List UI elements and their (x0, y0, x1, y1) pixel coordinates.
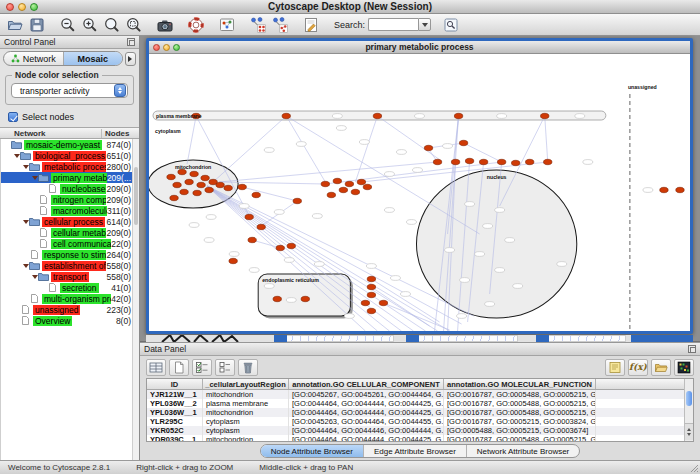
tree-column-nodes[interactable]: Nodes (101, 129, 139, 138)
graph-node[interactable] (345, 181, 353, 186)
graph-node[interactable] (257, 224, 265, 229)
graph-node-unselected[interactable] (359, 140, 369, 145)
open-session-icon[interactable] (4, 15, 26, 35)
select-attributes-icon[interactable] (192, 359, 212, 376)
table-column-header[interactable]: annotation.GO CELLULAR_COMPONENT (289, 379, 444, 389)
new-attribute-icon[interactable] (169, 359, 189, 376)
graph-node-unselected[interactable] (384, 172, 394, 177)
tree-row[interactable]: secretion41(0) (1, 282, 139, 293)
table-cell[interactable]: [GO:0016787, GO:0005215, GO:0003824, G..… (444, 417, 596, 426)
graph-node-unselected[interactable] (406, 220, 416, 225)
expand-arrow-icon[interactable] (23, 220, 29, 227)
graph-node-unselected[interactable] (483, 224, 493, 229)
graph-node[interactable] (201, 175, 209, 180)
tab-network[interactable]: Network (4, 52, 64, 65)
table-cell[interactable]: plasma membrane (203, 399, 289, 408)
graph-node[interactable] (193, 190, 201, 195)
graph-node[interactable] (367, 308, 375, 313)
annotation-icon[interactable] (300, 15, 322, 35)
save-session-icon[interactable] (26, 15, 48, 35)
table-cell[interactable]: [GO:0016787, GO:0005488, GO:0005215, G..… (444, 435, 596, 442)
help-icon[interactable] (185, 15, 207, 35)
network-canvas[interactable]: plasma membranecytoplasmmitochondrionnuc… (149, 54, 690, 331)
table-cell[interactable]: [GO:0044464, GO:0044444, GO:0044425, G..… (289, 408, 444, 417)
tree-row[interactable]: transport558(0) (1, 271, 139, 282)
graph-node-unselected[interactable] (475, 252, 485, 257)
table-row[interactable]: YLR295Ccytoplasm[GO:0045263, GO:0044464,… (147, 417, 693, 426)
table-cell[interactable]: [GO:0044464, GO:0044444, GO:0044425, G..… (289, 435, 444, 442)
graph-node[interactable] (276, 245, 284, 250)
graph-node[interactable] (433, 159, 441, 164)
zoom-fit-icon[interactable] (123, 15, 145, 35)
scroll-down-icon[interactable] (687, 433, 691, 438)
graph-node[interactable] (252, 192, 260, 197)
graph-node[interactable] (170, 195, 178, 200)
table-row[interactable]: YDR039C__1mitochondrion[GO:0044464, GO:0… (147, 435, 693, 442)
tree-row[interactable]: metabolic process280(0) (1, 161, 139, 172)
graph-node[interactable] (282, 113, 290, 118)
graph-node[interactable] (525, 159, 533, 164)
zoom-view-button[interactable] (173, 44, 180, 51)
node-color-dropdown[interactable]: transporter activity (11, 83, 128, 98)
graph-node-unselected[interactable] (366, 264, 376, 269)
minimize-view-button[interactable] (163, 44, 170, 51)
import-attributes-icon[interactable] (651, 359, 671, 376)
graph-node[interactable] (497, 159, 505, 164)
tree-row[interactable]: establishment of lo558(0) (1, 260, 139, 271)
graph-node[interactable] (451, 159, 459, 164)
graph-node[interactable] (287, 243, 295, 248)
graph-node[interactable] (373, 113, 381, 118)
graph-node-unselected[interactable] (457, 314, 467, 319)
tree-row[interactable]: multi-organism pro42(0) (1, 293, 139, 304)
graph-node[interactable] (660, 187, 668, 192)
zoom-in-icon[interactable] (79, 15, 101, 35)
graph-node-unselected[interactable] (396, 150, 406, 155)
graph-node[interactable] (544, 159, 552, 164)
tree-row[interactable]: Overview8(0) (1, 315, 139, 326)
table-cell[interactable]: cytoplasm (203, 426, 289, 435)
unselect-attributes-icon[interactable] (215, 359, 235, 376)
expand-arrow-icon[interactable] (32, 275, 38, 282)
graph-node-unselected[interactable] (505, 238, 515, 243)
table-cell[interactable]: YKR052C (147, 426, 203, 435)
table-cell[interactable]: mitochondrion (203, 435, 289, 442)
network-view-titlebar[interactable]: primary metabolic process (149, 41, 690, 54)
graph-node-unselected[interactable] (495, 208, 505, 213)
graph-node[interactable] (333, 178, 341, 183)
graph-node-unselected[interactable] (414, 114, 424, 119)
graph-node[interactable] (367, 276, 375, 281)
graph-node-unselected[interactable] (249, 268, 259, 273)
table-row[interactable]: YJR121W__1mitochondrion[GO:0045267, GO:0… (147, 390, 693, 399)
table-row[interactable]: YKR052Ccytoplasm[GO:0044464, GO:0044446,… (147, 426, 693, 435)
graph-node-unselected[interactable] (465, 202, 475, 207)
graph-node-unselected[interactable] (390, 276, 400, 281)
table-cell[interactable]: mitochondrion (203, 390, 289, 399)
graph-node-unselected[interactable] (336, 126, 346, 131)
graph-node[interactable] (205, 187, 213, 192)
graph-node[interactable] (541, 113, 549, 118)
graph-node-unselected[interactable] (643, 188, 653, 193)
network-overview-icon[interactable] (216, 15, 238, 35)
graph-node[interactable] (238, 184, 246, 189)
graph-node[interactable] (367, 292, 375, 297)
background-windows-strip[interactable] (146, 335, 693, 342)
table-row[interactable]: YPL036W__1mitochondrion[GO:0044464, GO:0… (147, 408, 693, 417)
graph-node-unselected[interactable] (274, 210, 284, 215)
graph-node-unselected[interactable] (312, 214, 322, 219)
graph-node-unselected[interactable] (206, 215, 216, 220)
graph-node[interactable] (357, 179, 365, 184)
graph-node-unselected[interactable] (264, 148, 274, 153)
graph-node[interactable] (479, 159, 487, 164)
graph-node-unselected[interactable] (485, 302, 495, 307)
graph-node[interactable] (459, 140, 467, 145)
tree-row[interactable]: nitrogen compo209(0) (1, 194, 139, 205)
graph-node-unselected[interactable] (332, 114, 342, 119)
tree-row[interactable]: macromolecule311(0) (1, 205, 139, 216)
graph-node-unselected[interactable] (264, 284, 274, 289)
graph-node[interactable] (465, 158, 473, 163)
tree-row[interactable]: mosaic-demo-yeast874(0) (1, 139, 139, 150)
graph-node-unselected[interactable] (296, 142, 306, 147)
graph-node-unselected[interactable] (412, 168, 422, 173)
table-cell[interactable]: YDR039C__1 (147, 435, 203, 442)
table-cell[interactable]: [GO:0045267, GO:0045261, GO:0044464, G..… (289, 390, 444, 399)
